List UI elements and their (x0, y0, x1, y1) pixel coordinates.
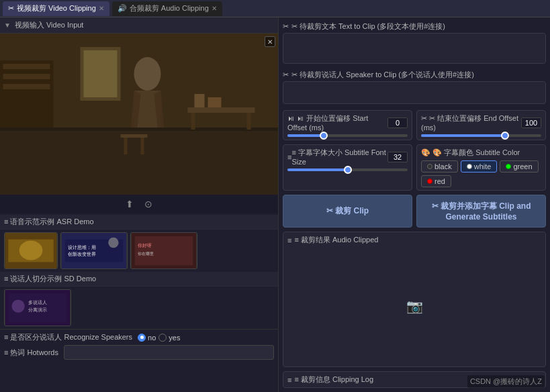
speaker-to-clip-label-text: ✂ 待裁剪说话人 Speaker to Clip (多个说话人使用#连接) (291, 70, 474, 80)
video-svg (0, 34, 278, 195)
sd-demo-label: ≡ 说话人切分示例 SD Demo (4, 274, 96, 284)
radio-yes-label: yes (169, 334, 180, 342)
thumb-asr-3-img: 你好呀 你在哪里 (131, 233, 197, 268)
watermark: CSDN @搬砖的诗人Z (467, 375, 545, 388)
speaker-to-clip-section: ✂ ✂ 待裁剪说话人 Speaker to Clip (多个说话人使用#连接) (283, 70, 546, 106)
sd-thumb-grid: 多说话人 分离演示 (0, 287, 278, 329)
settings-icon[interactable]: ⊙ (142, 197, 155, 211)
hotwords-row: ≡ 热词 Hotwords (4, 345, 274, 360)
action-buttons: ✂ 裁剪 Clip ✂ 裁剪并添加字幕 Clip and Generate Su… (283, 195, 546, 228)
log-label: ≡ 裁剪信息 Clipping Log (294, 375, 373, 385)
svg-point-25 (19, 241, 43, 260)
radio-yes-circle (158, 334, 167, 342)
start-offset-thumb[interactable] (320, 132, 328, 140)
font-color-row: ≡ ≡ 字幕字体大小 Subtitle Font Size 32 🎨 🎨 字幕颜… (283, 144, 546, 191)
end-offset-slider[interactable] (421, 134, 541, 137)
clip-button[interactable]: ✂ 裁剪 Clip (283, 195, 412, 228)
svg-rect-33 (135, 236, 193, 265)
asr-demo-header: ≡ 语音示范示例 ASR Demo (0, 215, 278, 230)
tab-bar: ✂ 视频裁剪 Video Clipping ✕ 🔊 合频裁剪 Audio Cli… (0, 0, 550, 17)
text-to-clip-label-text: ✂ 待裁剪文本 Text to Clip (多段文本使用#连接) (291, 21, 445, 32)
svg-text:你好呀: 你好呀 (137, 243, 152, 248)
audio-clipped-section: ≡ ≡ 裁剪结果 Audio Clipped 📷 (283, 232, 546, 367)
start-offset-fill (287, 134, 324, 137)
video-close-btn[interactable]: ✕ (265, 36, 275, 47)
subtitle-color-box: 🎨 🎨 字幕颜色 Subtitle Color black white gree (416, 144, 546, 191)
start-offset-icon: ⏯ (287, 114, 295, 122)
video-input-header: ▼ 视频输入 Video Input (0, 17, 278, 34)
thumb-asr-2[interactable]: 设计思维：用 创新改变世界 (60, 232, 128, 269)
green-label: green (513, 162, 532, 170)
svg-text:你在哪里: 你在哪里 (137, 252, 154, 256)
end-offset-label-text: ✂ 结束位置偏移 End Offset (ms) (421, 114, 518, 132)
color-btn-green[interactable]: green (500, 160, 538, 173)
color-btn-white[interactable]: white (461, 160, 498, 173)
thumb-asr-1-img (5, 233, 57, 268)
video-container: ✕ (0, 34, 278, 195)
speaker-to-clip-input[interactable] (283, 81, 546, 104)
end-offset-box: ✂ ✂ 结束位置偏移 End Offset (ms) 100 (416, 110, 546, 140)
color-btn-red[interactable]: red (421, 175, 451, 187)
text-to-clip-icon: ✂ (283, 22, 289, 31)
font-size-slider[interactable] (287, 168, 408, 171)
bottom-controls: ≡ 是否区分说话人 Recognize Speakers no yes ≡ 热词 (0, 329, 278, 365)
text-to-clip-section: ✂ ✂ 待裁剪文本 Text to Clip (多段文本使用#连接) (283, 21, 546, 66)
font-size-header: ≡ ≡ 字幕字体大小 Subtitle Font Size 32 (287, 148, 408, 166)
hotwords-input[interactable] (64, 345, 274, 360)
start-offset-label: ⏯ ⏯ 开始位置偏移 Start Offset (ms) (287, 113, 387, 132)
thumb-sd-1-img: 多说话人 分离演示 (5, 290, 71, 326)
font-size-box: ≡ ≡ 字幕字体大小 Subtitle Font Size 32 (283, 144, 412, 191)
thumb-asr-1[interactable] (4, 232, 58, 269)
tab-audio-clipping[interactable]: 🔊 合频裁剪 Audio Clipping ✕ (112, 1, 222, 16)
upload-icon[interactable]: ⬆ (123, 197, 136, 211)
start-offset-header: ⏯ ⏯ 开始位置偏移 Start Offset (ms) 0 (287, 113, 408, 132)
video-toggle-icon[interactable]: ▼ (4, 21, 11, 29)
audio-clipped-icon: ≡ (287, 236, 291, 244)
audio-content: 📷 (287, 248, 541, 364)
thumbnails-section: ≡ 语音示范示例 ASR Demo 设计思维： (0, 213, 278, 392)
svg-rect-22 (0, 34, 278, 195)
start-offset-slider[interactable] (287, 134, 408, 137)
thumb-asr-3[interactable]: 你好呀 你在哪里 (130, 232, 197, 269)
thumb-sd-1[interactable]: 多说话人 分离演示 (4, 289, 71, 326)
subtitle-color-icon: 🎨 (421, 148, 430, 156)
start-offset-value[interactable]: 0 (387, 117, 408, 128)
font-size-thumb[interactable] (344, 166, 352, 174)
tab-video-close[interactable]: ✕ (99, 5, 104, 12)
tab-audio-close[interactable]: ✕ (212, 5, 217, 12)
recognize-speakers-row: ≡ 是否区分说话人 Recognize Speakers no yes (4, 332, 274, 342)
main-layout: ▼ 视频输入 Video Input ✕ (0, 17, 550, 392)
end-offset-thumb[interactable] (501, 132, 509, 140)
tab-audio-label: 合频裁剪 Audio Clipping (130, 3, 209, 13)
radio-no[interactable]: no (138, 334, 156, 342)
start-offset-label-text: ⏯ 开始位置偏移 Start Offset (ms) (287, 114, 368, 132)
video-clip-icon: ✂ (8, 4, 14, 13)
font-size-label: ≡ 字幕字体大小 Subtitle Font Size (291, 148, 387, 166)
green-dot (506, 164, 511, 169)
log-icon: ≡ (287, 376, 291, 384)
radio-yes[interactable]: yes (158, 334, 180, 342)
red-label: red (434, 177, 445, 185)
audio-clip-icon: 🔊 (118, 4, 127, 13)
end-offset-value[interactable]: 100 (521, 117, 541, 128)
end-offset-label: ✂ ✂ 结束位置偏移 End Offset (ms) (421, 113, 521, 132)
asr-thumb-grid: 设计思维：用 创新改变世界 你好呀 你在哪里 (0, 230, 278, 272)
black-label: black (434, 162, 452, 170)
color-btn-black[interactable]: black (421, 160, 458, 173)
white-dot (467, 164, 472, 169)
font-size-value[interactable]: 32 (387, 152, 408, 162)
clip-subtitle-button[interactable]: ✂ 裁剪并添加字幕 Clip and Generate Subtitles (416, 195, 546, 228)
start-offset-box: ⏯ ⏯ 开始位置偏移 Start Offset (ms) 0 (283, 110, 412, 140)
tab-video-label: 视频裁剪 Video Clipping (17, 3, 96, 13)
video-controls: ⬆ ⊙ (0, 195, 278, 213)
tab-video-clipping[interactable]: ✂ 视频裁剪 Video Clipping ✕ (3, 1, 109, 16)
radio-no-label: no (148, 334, 156, 342)
text-to-clip-input[interactable] (283, 33, 546, 64)
end-offset-fill (421, 134, 505, 137)
thumb-asr-2-img: 设计思维：用 创新改变世界 (61, 233, 127, 268)
subtitle-color-label: 🎨 字幕颜色 Subtitle Color (432, 148, 520, 156)
subtitle-color-header: 🎨 🎨 字幕颜色 Subtitle Color (421, 148, 541, 158)
sd-demo-header: ≡ 说话人切分示例 SD Demo (0, 272, 278, 287)
speaker-clip-icon: ✂ (283, 70, 289, 79)
speaker-to-clip-label: ✂ ✂ 待裁剪说话人 Speaker to Clip (多个说话人使用#连接) (283, 70, 546, 80)
